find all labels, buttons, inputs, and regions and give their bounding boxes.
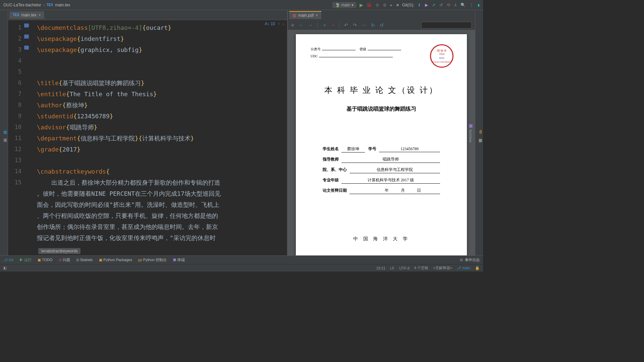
status-cursor-pos[interactable]: 19:21 — [376, 266, 386, 270]
tab-main-tex[interactable]: TEX main.tex × — [9, 11, 44, 19]
zoom-out-icon[interactable]: − — [332, 22, 334, 28]
run-config-selector[interactable]: 🍃 main ▾ — [332, 2, 356, 8]
bottom-event-log[interactable]: ⊙ 事件日志 — [460, 257, 480, 262]
git-push-icon[interactable]: ⇗ — [432, 3, 435, 7]
editor-area: TEX main.tex × 123 456 789 101112 131415 — [8, 10, 475, 255]
pdf-viewport[interactable]: 国 海 洋 1924 ≈≈ OCEAN UNIVERSITY 分类号 密级 UD… — [288, 30, 475, 255]
right-tool-sidebar: 🛢数据库 ▦SciView ▣make — [475, 10, 483, 255]
hide-tool-icon[interactable]: ◧ — [3, 266, 7, 270]
sidebar-project[interactable]: ▦项目 — [3, 130, 8, 136]
pdf-info-fields: 学生姓名蔡徐坤学号123456789 指导教师唱跳导师 院、系、中心信息科学与工… — [309, 146, 453, 194]
prev-highlight-icon[interactable]: ↑ — [278, 21, 280, 26]
lock-icon[interactable]: 🔒 — [475, 266, 480, 270]
breadcrumb[interactable]: OUC-LaTex-bachelor › TEX main.tex — [3, 3, 70, 7]
database-icon: 🛢 — [479, 130, 483, 134]
status-indent[interactable]: 4 个空格 — [414, 265, 428, 270]
completion-hint[interactable]: \enabstractkeywords — [38, 248, 80, 254]
pdf-search-input[interactable] — [421, 22, 472, 28]
debug-icon[interactable]: 🐞 — [367, 3, 372, 7]
pdf-preview-pane: ▦ main.pdf × ≡ ← → ＋ − ↶ ↷ ⋯ ↻ — [287, 10, 475, 255]
editor-inspection-widget[interactable]: A↕ 10 ↑ ↓ — [265, 21, 284, 26]
profile-icon[interactable]: ⊘ — [383, 3, 386, 7]
tab-main-pdf[interactable]: ▦ main.pdf × — [289, 11, 321, 19]
pdf-doc-title: 本 科 毕 业 论 文（设 计） — [309, 85, 453, 96]
status-encoding[interactable]: UTF-8 — [399, 266, 410, 270]
status-line-sep[interactable]: LF — [390, 266, 394, 270]
bottom-python-packages[interactable]: ▣ Python Packages — [99, 258, 132, 262]
breadcrumb-file[interactable]: main.tex — [55, 3, 70, 7]
code-editor-pane: TEX main.tex × 123 456 789 101112 131415 — [8, 10, 287, 255]
fold-marker-icon[interactable] — [24, 23, 29, 27]
bottom-run[interactable]: ▶ 运行 — [19, 257, 32, 262]
pdf-tabs: ▦ main.pdf × — [288, 10, 475, 20]
close-icon[interactable]: × — [316, 13, 318, 18]
pdf-thesis-title: 基于唱跳说唱篮球的舞蹈练习 — [309, 106, 453, 113]
stop-icon[interactable]: ■ — [396, 3, 399, 7]
bottom-python-console[interactable]: py Python 控制台 — [138, 257, 167, 262]
status-bar: ◧ 19:21 LF UTF-8 4 个空格 <无解释器> ⎇ main 🔒 — [0, 264, 483, 272]
fold-marker-icon[interactable] — [24, 35, 29, 39]
coverage-icon[interactable]: ⊙ — [376, 3, 379, 7]
status-git-branch[interactable]: ⎇ main — [457, 266, 470, 270]
git-update-icon[interactable]: ⬇ — [418, 3, 421, 7]
prev-page-icon[interactable]: ← — [299, 22, 303, 28]
top-toolbar: OUC-LaTex-bachelor › TEX main.tex 🍃 main… — [0, 0, 483, 10]
bottom-terminal[interactable]: ▣ 终端 — [173, 257, 185, 262]
tex-file-icon: TEX — [47, 3, 53, 7]
bottom-todo[interactable]: ▣ TODO — [38, 258, 52, 262]
run-button[interactable]: ▶ — [360, 2, 363, 8]
bottom-git[interactable]: ⎇ Git — [3, 258, 13, 262]
git-label: Git(G): — [402, 3, 414, 7]
sync-backward-icon[interactable]: ↻ — [371, 22, 375, 28]
align-left-icon[interactable]: ≡ — [291, 22, 294, 28]
editor-tabs: TEX main.tex × — [8, 10, 287, 20]
pdf-page: 国 海 洋 1924 ≈≈ OCEAN UNIVERSITY 分类号 密级 UD… — [296, 34, 467, 255]
sciview-icon: ▦ — [469, 123, 473, 128]
code-text-area[interactable]: \documentclass[UTF8,zihao=-4]{oucart} \u… — [34, 20, 287, 255]
git-history-icon[interactable]: ↺ — [439, 3, 443, 7]
more-icon[interactable]: ⋮ — [470, 3, 474, 7]
more-icon[interactable]: ⋯ — [362, 22, 366, 28]
status-interpreter[interactable]: <无解释器> — [433, 265, 452, 270]
pdf-file-icon: ▦ — [292, 13, 296, 18]
sync-forward-icon[interactable]: ↺ — [380, 22, 384, 28]
redo-icon[interactable]: ↷ — [353, 22, 357, 28]
search-icon[interactable]: 🔍 — [461, 3, 466, 7]
chevron-right-icon: › — [43, 3, 45, 7]
chevron-down-icon: ▾ — [352, 3, 354, 7]
project-icon: ▦ — [3, 130, 7, 134]
breadcrumb-project[interactable]: OUC-LaTex-bachelor — [3, 3, 41, 7]
sidebar-database[interactable]: 🛢数据库 — [478, 130, 483, 136]
translate-icon[interactable]: ⅄ — [454, 3, 457, 7]
sidebar-sciview[interactable]: ▦SciView — [469, 123, 473, 142]
left-tool-sidebar: ▦项目 ✔提交● ◯拉取请求 ⌬结构 ★收藏夹 — [0, 10, 8, 255]
pdf-university-name: 中 国 海 洋 大 学 — [296, 236, 467, 242]
leaf-icon: 🍃 — [335, 3, 340, 7]
undo-icon[interactable]: ↶ — [344, 22, 348, 28]
bottom-problems[interactable]: ⊘ 问题 — [59, 257, 70, 262]
next-highlight-icon[interactable]: ↓ — [282, 21, 284, 26]
bottom-statistic[interactable]: ⊙ Statistic — [76, 258, 93, 262]
attach-icon[interactable]: ▸ — [390, 3, 392, 7]
fold-gutter[interactable] — [24, 20, 34, 255]
git-rollback-icon[interactable]: ⟲ — [447, 3, 450, 7]
pdf-toolbar: ≡ ← → ＋ − ↶ ↷ ⋯ ↻ ↺ — [288, 20, 475, 30]
close-icon[interactable]: × — [39, 13, 41, 17]
line-number-gutter[interactable]: 123 456 789 101112 131415 — [8, 20, 24, 255]
next-page-icon[interactable]: → — [308, 22, 313, 28]
university-seal-icon: 国 海 洋 1924 ≈≈ OCEAN UNIVERSITY — [430, 44, 453, 68]
fold-marker-icon[interactable] — [24, 46, 29, 50]
bottom-tool-bar: ⎇ Git ▶ 运行 ▣ TODO ⊘ 问题 ⊙ Statistic ▣ Pyt… — [0, 255, 483, 264]
ide-logo-icon[interactable]: ◗ — [478, 3, 480, 7]
tex-file-icon: TEX — [13, 13, 19, 17]
zoom-in-icon[interactable]: ＋ — [322, 22, 327, 28]
git-commit-icon[interactable]: ▶ — [425, 3, 428, 7]
